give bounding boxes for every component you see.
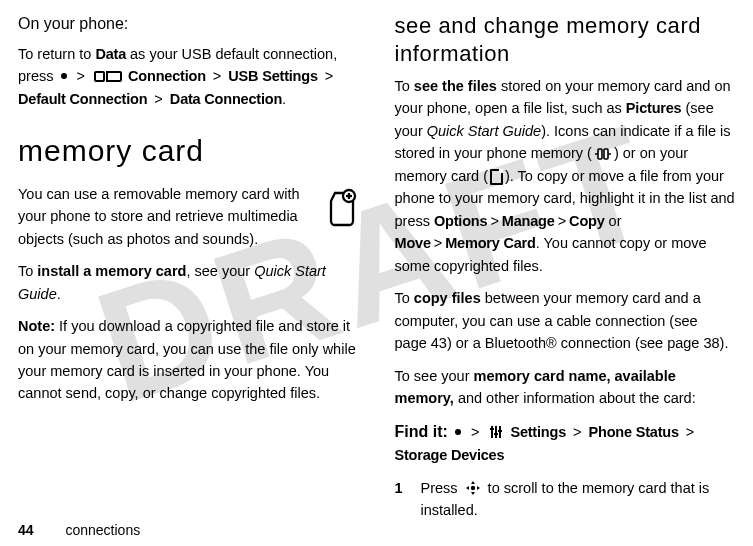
svg-rect-9 <box>494 433 498 435</box>
copy-files-paragraph: To copy files between your memory card a… <box>395 287 736 354</box>
text-fragment: . <box>282 91 286 107</box>
see-the-files-bold: see the files <box>414 78 497 94</box>
options-label: Options <box>434 213 487 229</box>
text-fragment: To see your <box>395 368 474 384</box>
default-connection-label: Default Connection <box>18 91 147 107</box>
text-fragment: and other information about the card: <box>454 390 696 406</box>
breadcrumb-separator: > <box>154 91 162 107</box>
data-label: Data <box>95 46 126 62</box>
step-text: Press to scroll to the memory card that … <box>421 477 736 522</box>
phone-status-label: Phone Status <box>589 424 679 440</box>
copy-label: Copy <box>569 213 604 229</box>
memory-card-heading: memory card <box>18 128 359 175</box>
step-1: 1 Press to scroll to the memory card tha… <box>395 477 736 522</box>
find-it-label: Find it: <box>395 423 448 440</box>
text-fragment: To <box>18 263 37 279</box>
note-text: If you download a copyrighted file and s… <box>18 318 356 401</box>
breadcrumb-separator: > <box>686 424 694 440</box>
on-your-phone-heading: On your phone: <box>18 12 359 37</box>
breadcrumb-separator: > <box>558 213 566 229</box>
page-number: 44 <box>18 522 34 538</box>
manage-label: Manage <box>502 213 555 229</box>
svg-rect-3 <box>598 149 602 159</box>
phone-memory-icon <box>594 148 612 160</box>
text-fragment: , see your <box>186 263 254 279</box>
copy-files-bold: copy files <box>414 290 481 306</box>
left-column: On your phone: To return to Data as your… <box>18 12 377 540</box>
center-key-icon <box>61 73 67 79</box>
text-fragment: Press <box>421 480 462 496</box>
sd-card-illustration-icon <box>325 187 359 229</box>
find-it-line: Find it: > Settings > Phone Status > Sto… <box>395 420 736 467</box>
settings-label: Settings <box>510 424 566 440</box>
text-fragment: To <box>395 290 414 306</box>
memory-card-info-paragraph: To see your memory card name, available … <box>395 365 736 410</box>
usb-settings-label: USB Settings <box>228 68 317 84</box>
note-label: Note: <box>18 318 55 334</box>
memory-card-label: Memory Card <box>445 235 535 251</box>
pictures-label: Pictures <box>626 100 682 116</box>
move-label: Move <box>395 235 431 251</box>
section-name: connections <box>65 522 140 538</box>
svg-point-11 <box>470 486 474 490</box>
breadcrumb-separator: > <box>434 235 442 251</box>
svg-rect-5 <box>491 426 493 438</box>
return-to-data-paragraph: To return to Data as your USB default co… <box>18 43 359 110</box>
storage-devices-label: Storage Devices <box>395 447 505 463</box>
breadcrumb-separator: > <box>213 68 221 84</box>
breadcrumb-separator: > <box>77 68 85 84</box>
nav-key-icon <box>465 480 481 496</box>
center-key-icon <box>455 429 461 435</box>
page-footer: 44 connections <box>18 522 140 538</box>
breadcrumb-separator: > <box>325 68 333 84</box>
text-fragment: To <box>395 78 414 94</box>
page-content: On your phone: To return to Data as your… <box>0 0 753 546</box>
steps-list: 1 Press to scroll to the memory card tha… <box>395 477 736 522</box>
memory-card-icon <box>490 169 503 185</box>
install-memory-card-bold: install a memory card <box>37 263 186 279</box>
text-fragment: . <box>57 286 61 302</box>
svg-rect-10 <box>498 430 502 432</box>
settings-icon <box>489 425 503 439</box>
right-column: see and change memory card information T… <box>377 12 736 540</box>
breadcrumb-separator: > <box>573 424 581 440</box>
connection-icon <box>94 71 122 82</box>
breadcrumb-separator: > <box>471 424 479 440</box>
see-change-memory-heading: see and change memory card information <box>395 12 736 67</box>
svg-rect-4 <box>604 149 608 159</box>
note-paragraph: Note: If you download a copyrighted file… <box>18 315 359 405</box>
step-number: 1 <box>395 477 421 522</box>
quick-start-guide-ref: Quick Start Guide <box>427 123 541 139</box>
install-card-paragraph: To install a memory card, see your Quick… <box>18 260 359 305</box>
svg-rect-6 <box>495 426 497 438</box>
see-files-paragraph: To see the files stored on your memory c… <box>395 75 736 277</box>
connection-label: Connection <box>128 68 206 84</box>
text-fragment: To return to <box>18 46 95 62</box>
breadcrumb-separator: > <box>490 213 498 229</box>
data-connection-label: Data Connection <box>170 91 282 107</box>
memory-card-intro-block: You can use a removable memory card with… <box>18 183 359 250</box>
svg-rect-8 <box>490 428 494 430</box>
memory-card-intro-text: You can use a removable memory card with… <box>18 183 359 250</box>
text-fragment: or <box>605 213 622 229</box>
